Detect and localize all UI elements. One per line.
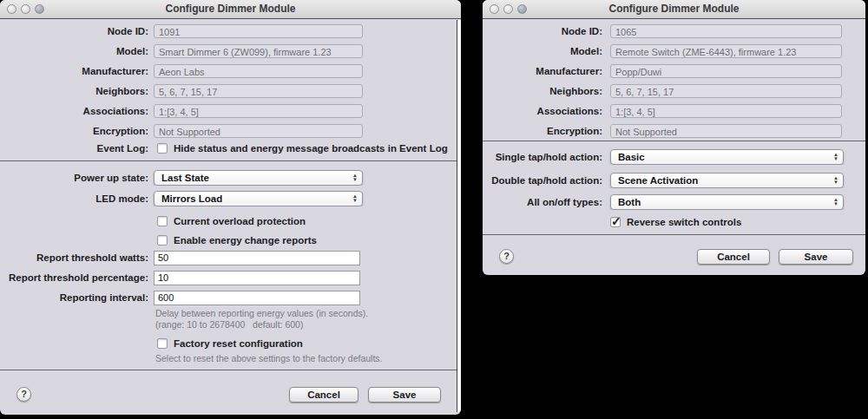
manufacturer-value: Popp/Duwi (610, 64, 842, 78)
all-on-off-value: Both (618, 197, 641, 207)
power-up-state-row: Power up state: Last State ▲▼ (0, 170, 461, 186)
threshold-percentage-input[interactable] (154, 271, 360, 285)
factory-reset-checkbox[interactable] (157, 338, 168, 349)
led-mode-label: LED mode: (0, 193, 154, 204)
manufacturer-row: Manufacturer: Popp/Duwi (483, 63, 865, 78)
encryption-row: Encryption: Not Supported (0, 123, 461, 138)
overload-protection-row: Current overload protection (157, 214, 461, 227)
single-tap-row: Single tap/hold action: Basic ▲▼ (483, 149, 865, 165)
encryption-value: Not Supported (154, 124, 363, 138)
energy-reports-checkbox[interactable] (157, 235, 168, 246)
model-value: Smart Dimmer 6 (ZW099), firmware 1.23 (154, 44, 363, 58)
encryption-label: Encryption: (0, 126, 154, 136)
factory-reset-label: Factory reset configuration (174, 338, 303, 349)
threshold-watts-label: Report threshold watts: (0, 252, 154, 263)
double-tap-row: Double tap/hold action: Scene Activation… (483, 173, 865, 188)
led-mode-row: LED mode: Mirrors Load ▲▼ (0, 191, 461, 206)
double-tap-label: Double tap/hold action: (483, 175, 608, 186)
encryption-row: Encryption: Not Supported (483, 123, 865, 138)
popup-arrows-icon: ▲▼ (833, 198, 838, 206)
manufacturer-row: Manufacturer: Aeon Labs (0, 63, 461, 78)
cancel-button[interactable]: Cancel (697, 249, 770, 265)
neighbors-value: 5, 6, 7, 15, 17 (154, 84, 363, 98)
associations-row: Associations: 1:[3, 4, 5] (483, 103, 865, 118)
neighbors-value: 5, 6, 7, 15, 17 (610, 84, 842, 98)
threshold-watts-row: Report threshold watts: (0, 250, 461, 265)
node-id-label: Node ID: (0, 26, 154, 36)
minimize-window-icon[interactable] (21, 4, 30, 14)
node-id-value: 1065 (610, 24, 842, 38)
double-tap-popup[interactable]: Scene Activation ▲▼ (610, 173, 844, 188)
window-controls (7, 4, 44, 14)
model-row: Model: Smart Dimmer 6 (ZW099), firmware … (0, 43, 461, 58)
close-window-icon[interactable] (490, 4, 499, 14)
save-button[interactable]: Save (779, 249, 853, 265)
help-button[interactable]: ? (499, 249, 514, 264)
event-log-checkbox[interactable] (157, 143, 168, 154)
popup-arrows-icon: ▲▼ (833, 153, 838, 161)
threshold-watts-input[interactable] (154, 251, 360, 265)
factory-reset-help: Select to reset the above settings to th… (155, 353, 457, 363)
neighbors-row: Neighbors: 5, 6, 7, 15, 17 (0, 83, 461, 98)
all-on-off-popup[interactable]: Both ▲▼ (610, 194, 844, 210)
model-value: Remote Switch (ZME-6443), firmware 1.23 (610, 44, 842, 58)
scrollbar-track[interactable] (457, 20, 461, 412)
manufacturer-label: Manufacturer: (0, 66, 154, 76)
associations-row: Associations: 1:[3, 4, 5] (0, 103, 461, 118)
single-tap-label: Single tap/hold action: (483, 152, 608, 162)
window-title: Configure Dimmer Module (0, 0, 461, 18)
neighbors-label: Neighbors: (0, 86, 154, 96)
node-id-row: Node ID: 1091 (0, 23, 461, 38)
manufacturer-label: Manufacturer: (483, 66, 608, 76)
associations-value: 1:[3, 4, 5] (610, 104, 842, 118)
single-tap-popup[interactable]: Basic ▲▼ (610, 149, 844, 165)
factory-reset-row: Factory reset configuration (157, 337, 461, 350)
node-id-row: Node ID: 1065 (483, 23, 865, 38)
reporting-interval-label: Reporting interval: (0, 292, 154, 303)
power-up-state-label: Power up state: (0, 173, 154, 183)
zoom-window-icon[interactable] (35, 4, 44, 14)
event-log-label: Event Log: (0, 143, 154, 154)
titlebar: Configure Dimmer Module (0, 0, 461, 19)
popup-arrows-icon: ▲▼ (352, 173, 358, 182)
save-button[interactable]: Save (368, 387, 441, 403)
configure-dimmer-window-left: Configure Dimmer Module Node ID: 1091 Mo… (0, 0, 461, 415)
single-tap-value: Basic (618, 152, 645, 162)
associations-value: 1:[3, 4, 5] (154, 104, 363, 118)
interval-help-line1: Delay between reporting energy values (i… (155, 308, 457, 318)
overload-protection-checkbox[interactable] (157, 216, 168, 226)
reporting-interval-input[interactable] (154, 291, 360, 305)
separator (483, 141, 865, 141)
energy-reports-label: Enable energy change reports (174, 235, 317, 246)
node-id-value: 1091 (154, 24, 363, 38)
cancel-button[interactable]: Cancel (289, 387, 358, 403)
neighbors-row: Neighbors: 5, 6, 7, 15, 17 (483, 83, 865, 98)
threshold-percentage-row: Report threshold percentage: (0, 270, 461, 285)
help-button[interactable]: ? (16, 387, 31, 402)
popup-arrows-icon: ▲▼ (352, 194, 358, 203)
reverse-switch-row: Reverse switch controls (610, 215, 865, 228)
reporting-interval-row: Reporting interval: (0, 290, 461, 305)
zoom-window-icon[interactable] (517, 4, 527, 14)
power-up-state-popup[interactable]: Last State ▲▼ (154, 170, 363, 186)
threshold-percentage-label: Report threshold percentage: (0, 272, 154, 283)
model-label: Model: (483, 46, 608, 56)
model-label: Model: (0, 46, 154, 56)
window-title: Configure Dimmer Module (483, 0, 865, 18)
encryption-label: Encryption: (483, 126, 608, 136)
minimize-window-icon[interactable] (503, 4, 513, 14)
encryption-value: Not Supported (610, 124, 842, 138)
led-mode-value: Mirrors Load (161, 193, 222, 204)
model-row: Model: Remote Switch (ZME-6443), firmwar… (483, 43, 865, 58)
all-on-off-row: All on/off types: Both ▲▼ (483, 194, 865, 210)
power-up-state-value: Last State (161, 173, 209, 183)
associations-label: Associations: (0, 106, 154, 116)
event-log-checkbox-label: Hide status and energy message broadcast… (174, 143, 448, 154)
separator (0, 370, 461, 370)
separator (483, 234, 865, 235)
reverse-switch-checkbox[interactable] (610, 217, 621, 227)
close-window-icon[interactable] (7, 4, 16, 14)
led-mode-popup[interactable]: Mirrors Load ▲▼ (154, 191, 363, 206)
overload-protection-label: Current overload protection (174, 216, 306, 226)
associations-label: Associations: (483, 106, 608, 116)
